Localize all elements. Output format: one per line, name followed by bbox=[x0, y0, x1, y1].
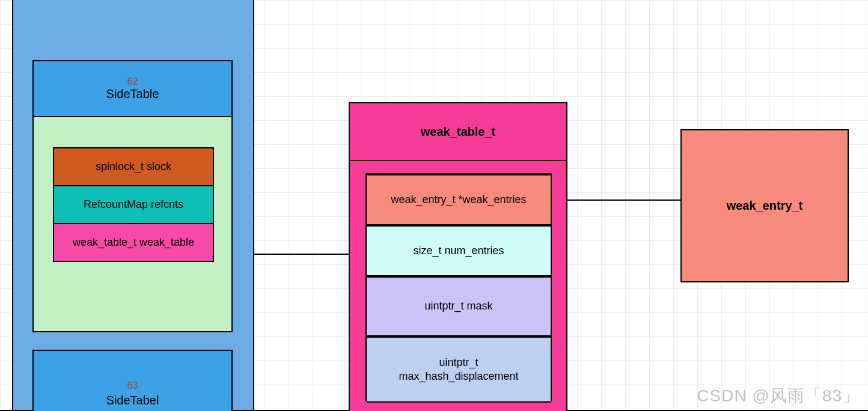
sidetable-63-header: 63 SideTabel bbox=[32, 350, 233, 411]
watermark: CSDN @风雨「83」 bbox=[697, 385, 860, 407]
weak-table-body: weak_entry_t *weak_entries size_t num_en… bbox=[349, 160, 567, 411]
field-refcountmap: RefcountMap refcnts bbox=[53, 185, 214, 224]
weak-entry-box: weak_entry_t bbox=[680, 129, 849, 282]
field-num-entries: size_t num_entries bbox=[367, 225, 551, 276]
weak-entry-title: weak_entry_t bbox=[727, 199, 803, 213]
sidetable-63-title: SideTabel bbox=[34, 394, 231, 407]
field-spinlock: spinlock_t slock bbox=[53, 147, 214, 186]
sidetable-62-number: 62 bbox=[34, 76, 231, 87]
field-mask: uintptr_t mask bbox=[367, 276, 551, 336]
weak-table-title: weak_table_t bbox=[421, 125, 496, 139]
field-weak-entries: weak_entry_t *weak_entries bbox=[367, 174, 551, 225]
field-max-hash-disp: uintptr_tmax_hash_displacement bbox=[367, 336, 551, 403]
sidetable-62-body: spinlock_t slock RefcountMap refcnts wea… bbox=[32, 116, 233, 332]
sidetable-62-title: SideTable bbox=[34, 87, 231, 101]
sidetable-62-header: 62 SideTable bbox=[32, 60, 233, 117]
sidetable-63-number: 63 bbox=[34, 380, 231, 391]
weak-table-fields: weak_entry_t *weak_entries size_t num_en… bbox=[365, 173, 552, 401]
weak-table-header: weak_table_t bbox=[349, 102, 567, 161]
field-weak-table: weak_table_t weak_table bbox=[53, 223, 214, 262]
